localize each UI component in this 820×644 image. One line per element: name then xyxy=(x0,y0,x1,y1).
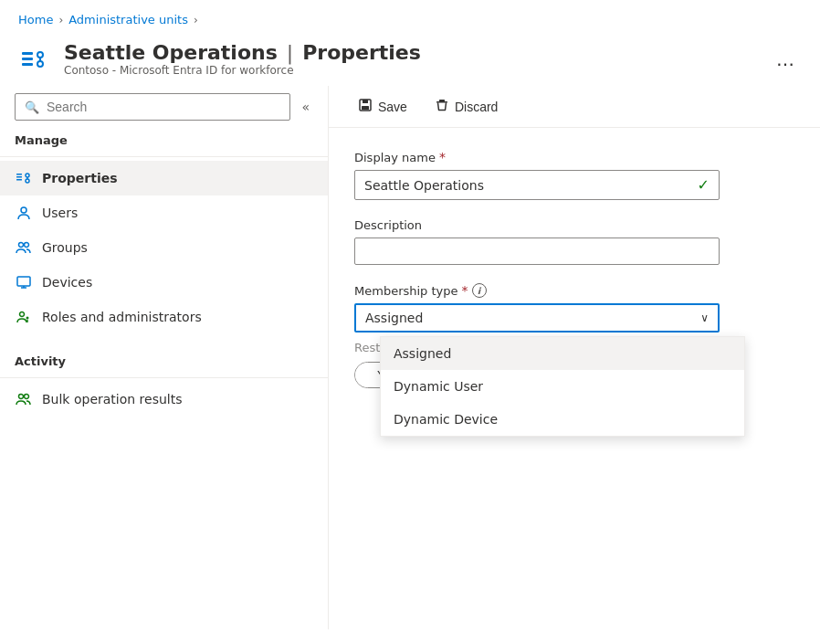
svg-rect-23 xyxy=(363,100,368,103)
search-icon: 🔍 xyxy=(25,100,39,114)
main-layout: 🔍 « Manage Properties xyxy=(0,86,820,629)
display-name-value: Seattle Operations xyxy=(364,178,484,193)
svg-rect-1 xyxy=(22,58,33,60)
page-section: Properties xyxy=(302,41,421,64)
more-button[interactable]: … xyxy=(769,45,802,74)
discard-label: Discard xyxy=(455,100,498,114)
membership-type-label: Membership type * i xyxy=(354,283,794,298)
header-subtitle: Contoso - Microsoft Entra ID for workfor… xyxy=(64,64,756,77)
search-input[interactable] xyxy=(47,100,280,114)
breadcrumb-home[interactable]: Home xyxy=(18,13,53,26)
svg-point-9 xyxy=(26,174,29,177)
sidebar-label-devices: Devices xyxy=(42,275,92,290)
svg-rect-8 xyxy=(16,179,22,181)
svg-point-18 xyxy=(20,312,25,317)
membership-info-icon[interactable]: i xyxy=(472,283,487,298)
svg-point-4 xyxy=(37,61,43,67)
discard-button[interactable]: Discard xyxy=(424,93,509,120)
svg-rect-7 xyxy=(16,176,22,178)
required-marker: * xyxy=(439,150,446,164)
devices-icon xyxy=(15,273,33,291)
properties-icon xyxy=(15,169,33,187)
groups-icon xyxy=(15,238,33,257)
save-label: Save xyxy=(378,100,407,114)
membership-dropdown-menu: Assigned Dynamic User Dynamic Device xyxy=(380,336,745,437)
svg-point-19 xyxy=(26,317,29,320)
svg-point-14 xyxy=(25,243,29,248)
main-content: Save Discard Display name * xyxy=(329,86,820,629)
save-button[interactable]: Save xyxy=(347,93,418,120)
manage-section-header: Manage xyxy=(0,121,328,153)
valid-check-icon: ✓ xyxy=(698,176,710,194)
header-icon xyxy=(18,43,51,76)
breadcrumb: Home › Administrative units › xyxy=(0,0,820,36)
dropdown-chevron-icon: ∨ xyxy=(700,311,709,324)
sidebar-label-roles: Roles and administrators xyxy=(42,310,202,324)
save-icon xyxy=(358,98,373,115)
divider-manage xyxy=(0,156,328,157)
display-name-field[interactable]: Seattle Operations ✓ xyxy=(354,170,720,200)
page-header: Seattle Operations | Properties Contoso … xyxy=(0,36,820,86)
roles-icon xyxy=(15,308,33,326)
sidebar: 🔍 « Manage Properties xyxy=(0,86,329,629)
required-marker-2: * xyxy=(462,283,468,298)
dropdown-option-dynamic-user[interactable]: Dynamic User xyxy=(381,370,744,403)
description-label: Description xyxy=(354,218,794,232)
svg-point-12 xyxy=(21,207,26,213)
form-content: Display name * Seattle Operations ✓ Desc… xyxy=(329,128,820,629)
membership-dropdown[interactable]: Assigned ∨ xyxy=(354,303,720,333)
svg-rect-24 xyxy=(362,106,369,110)
sidebar-item-bulk[interactable]: Bulk operation results xyxy=(0,382,328,417)
page-title: Seattle Operations xyxy=(64,41,278,64)
description-group: Description xyxy=(354,218,794,265)
sidebar-label-groups: Groups xyxy=(42,240,88,255)
header-title-block: Seattle Operations | Properties Contoso … xyxy=(64,41,756,77)
display-name-label: Display name * xyxy=(354,150,794,164)
description-field[interactable] xyxy=(354,238,720,265)
sidebar-label-users: Users xyxy=(42,206,78,220)
svg-rect-6 xyxy=(16,174,22,175)
breadcrumb-admin-units[interactable]: Administrative units xyxy=(68,13,188,26)
svg-point-13 xyxy=(19,243,24,248)
bulk-icon xyxy=(15,390,33,408)
users-icon xyxy=(15,204,33,222)
membership-selected: Assigned xyxy=(365,311,423,325)
sidebar-item-properties[interactable]: Properties xyxy=(0,161,328,195)
toolbar: Save Discard xyxy=(329,86,820,128)
svg-point-10 xyxy=(26,179,29,183)
display-name-group: Display name * Seattle Operations ✓ xyxy=(354,150,794,200)
svg-rect-15 xyxy=(17,277,30,286)
dropdown-option-dynamic-device[interactable]: Dynamic Device xyxy=(381,403,744,436)
dropdown-option-assigned[interactable]: Assigned xyxy=(381,337,744,370)
membership-type-group: Membership type * i Assigned ∨ xyxy=(354,283,794,333)
activity-section-header: Activity xyxy=(0,342,328,374)
sidebar-item-groups[interactable]: Groups xyxy=(0,230,328,265)
collapse-button[interactable]: « xyxy=(298,100,313,114)
svg-rect-0 xyxy=(22,52,33,55)
divider-activity xyxy=(0,377,328,378)
discard-icon xyxy=(435,98,449,115)
svg-point-3 xyxy=(37,52,43,58)
sidebar-label-bulk: Bulk operation results xyxy=(42,392,183,406)
svg-rect-26 xyxy=(436,101,447,103)
sidebar-item-devices[interactable]: Devices xyxy=(0,265,328,300)
search-box[interactable]: 🔍 xyxy=(15,93,290,121)
svg-rect-2 xyxy=(22,63,33,66)
svg-point-21 xyxy=(25,395,29,399)
svg-point-20 xyxy=(19,395,24,399)
svg-rect-25 xyxy=(439,100,445,101)
sidebar-label-properties: Properties xyxy=(42,171,118,185)
sidebar-item-users[interactable]: Users xyxy=(0,195,328,230)
sidebar-item-roles[interactable]: Roles and administrators xyxy=(0,300,328,334)
